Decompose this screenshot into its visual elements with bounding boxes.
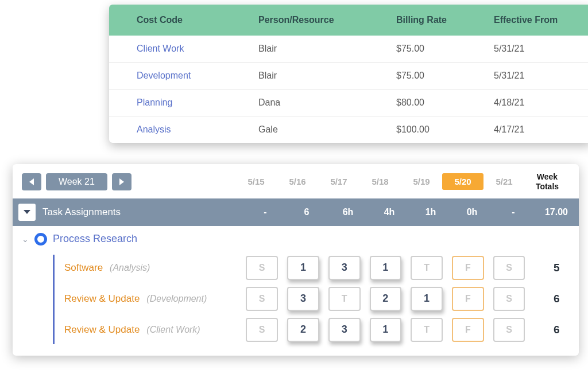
date-column-header[interactable]: 5/19	[401, 177, 442, 186]
task-row: Review & Update(Development)S3T21FS6	[47, 283, 579, 314]
prev-week-button[interactable]	[22, 173, 41, 190]
time-entry-cell[interactable]: F	[452, 318, 484, 342]
assignments-day-total: 4h	[369, 207, 410, 217]
week-label-text: Week 21	[59, 177, 95, 187]
date-column-header[interactable]: 5/15	[235, 177, 277, 186]
task-row: Software(Analysis)S131TFS5	[47, 252, 579, 283]
time-entry-cell[interactable]: 1	[370, 256, 402, 280]
rate-effective-date: 5/31/21	[494, 71, 588, 81]
rate-person: Blair	[258, 71, 396, 81]
rate-amount: $100.00	[396, 124, 494, 135]
task-row-total: 6	[534, 324, 579, 336]
task-cost-code: (Analysis)	[110, 263, 150, 273]
date-column-header[interactable]: 5/20	[442, 173, 483, 190]
time-entry-cell[interactable]: 3	[328, 318, 361, 342]
assignments-day-total: 0h	[451, 207, 493, 217]
task-label[interactable]: Review & Update(Client Work)	[47, 324, 241, 336]
chevron-down-icon	[24, 210, 30, 214]
rate-row: DevelopmentBlair$75.005/31/21	[109, 63, 588, 89]
date-column-header[interactable]: 5/16	[277, 177, 318, 186]
rate-row: AnalysisGale$100.004/17/21	[109, 116, 588, 143]
rate-row: Client WorkBlair$75.005/31/21	[109, 36, 588, 63]
rate-table-header: Cost Code Person/Resource Billing Rate E…	[109, 5, 588, 36]
assignments-day-total: 1h	[410, 207, 451, 217]
task-row-total: 5	[534, 262, 579, 274]
project-name: Process Research	[53, 233, 137, 245]
assignments-day-total: -	[245, 207, 286, 217]
task-cost-code: (Client Work)	[146, 325, 200, 335]
assignments-day-total: 6h	[327, 207, 369, 217]
chevron-right-icon	[119, 178, 124, 185]
time-entry-cell[interactable]: 1	[370, 318, 402, 342]
date-column-header[interactable]: 5/18	[359, 177, 401, 186]
rate-cost-code-link[interactable]: Client Work	[109, 44, 258, 54]
time-entry-cell[interactable]: S	[246, 287, 278, 311]
time-entry-cell[interactable]: 3	[287, 287, 319, 311]
assignments-day-total: -	[493, 207, 534, 217]
time-entry-cell[interactable]: T	[411, 256, 443, 280]
header-billing-rate: Billing Rate	[396, 15, 494, 25]
time-entry-cell[interactable]: 2	[370, 287, 402, 311]
timesheet-toolbar: Week 21 5/155/165/175/185/195/205/21 Wee…	[13, 164, 579, 195]
time-entry-cell[interactable]: S	[493, 256, 525, 280]
assignments-day-total: 6	[286, 207, 327, 217]
task-label[interactable]: Software(Analysis)	[47, 262, 241, 274]
assignments-label: Task Assignments	[42, 207, 121, 218]
rate-effective-date: 5/31/21	[494, 44, 588, 54]
time-entry-cell[interactable]: S	[493, 318, 525, 342]
rate-effective-date: 4/18/21	[494, 98, 588, 108]
time-entry-cell[interactable]: F	[452, 256, 484, 280]
task-name: Review & Update	[64, 324, 140, 336]
assignments-week-total: 17.00	[534, 207, 579, 217]
rate-amount: $75.00	[396, 71, 494, 81]
date-header: 5/155/165/175/185/195/205/21	[235, 173, 525, 190]
time-entry-cell[interactable]: 1	[411, 287, 443, 311]
project-status-icon	[34, 233, 47, 246]
rate-effective-date: 4/17/21	[494, 124, 588, 135]
rate-person: Dana	[258, 98, 396, 108]
task-list: Software(Analysis)S131TFS5Review & Updat…	[13, 250, 579, 356]
header-effective-from: Effective From	[494, 15, 588, 25]
time-entry-cell[interactable]: S	[493, 287, 525, 311]
header-cost-code: Cost Code	[109, 15, 258, 25]
time-entry-cell[interactable]: F	[452, 287, 484, 311]
next-week-button[interactable]	[112, 173, 131, 190]
task-label[interactable]: Review & Update(Development)	[47, 293, 241, 305]
project-row[interactable]: ⌄ Process Research	[13, 226, 579, 250]
rate-amount: $75.00	[396, 44, 494, 54]
rate-cost-code-link[interactable]: Analysis	[109, 124, 258, 135]
task-name: Review & Update	[64, 293, 140, 305]
time-entry-cell[interactable]: S	[246, 318, 278, 342]
time-entry-cell[interactable]: 1	[287, 256, 319, 280]
week-totals-header: Week Totals	[525, 172, 570, 192]
time-entry-cell[interactable]: S	[246, 256, 278, 280]
project-expand-icon: ⌄	[22, 235, 29, 244]
assignments-dropdown-button[interactable]	[18, 204, 36, 221]
rate-cost-code-link[interactable]: Development	[109, 71, 258, 81]
rate-row: PlanningDana$80.004/18/21	[109, 89, 588, 116]
time-entry-cell[interactable]: 3	[328, 256, 361, 280]
task-cost-code: (Development)	[146, 294, 207, 304]
rate-person: Gale	[258, 124, 396, 135]
timesheet-panel: Week 21 5/155/165/175/185/195/205/21 Wee…	[13, 164, 579, 356]
task-row-total: 6	[534, 293, 579, 305]
task-assignments-row: Task Assignments -66h4h1h0h- 17.00	[13, 198, 579, 226]
rate-person: Blair	[258, 44, 396, 54]
time-entry-cell[interactable]: 2	[287, 318, 319, 342]
week-selector[interactable]: Week 21	[46, 173, 107, 190]
task-row: Review & Update(Client Work)S231TFS6	[47, 314, 579, 345]
rate-amount: $80.00	[396, 98, 494, 108]
rate-cost-code-link[interactable]: Planning	[109, 98, 258, 108]
date-column-header[interactable]: 5/17	[318, 177, 359, 186]
time-entry-cell[interactable]: T	[328, 287, 361, 311]
time-entry-cell[interactable]: T	[411, 318, 443, 342]
billing-rate-table: Cost Code Person/Resource Billing Rate E…	[109, 5, 588, 143]
chevron-left-icon	[29, 178, 34, 185]
date-column-header[interactable]: 5/21	[483, 177, 525, 186]
header-person: Person/Resource	[258, 15, 396, 25]
task-name: Software	[64, 262, 103, 274]
